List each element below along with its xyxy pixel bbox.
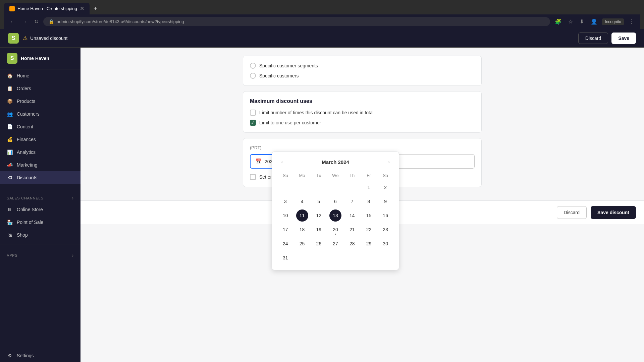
sidebar-item-products[interactable]: 📦 Products — [0, 95, 80, 108]
cal-day-7[interactable]: 7 — [346, 195, 358, 207]
sidebar-shopify-icon: S — [7, 53, 17, 64]
cal-day-empty-3 — [313, 181, 325, 193]
specific-segments-radio[interactable] — [250, 63, 256, 69]
topbar-save-button[interactable]: Save — [611, 33, 636, 44]
limit-per-customer-checkbox[interactable]: ✓ — [250, 120, 256, 126]
sidebar-item-shop[interactable]: 🛍 Shop — [0, 229, 80, 241]
content-icon: 📄 — [7, 124, 13, 130]
specific-customers-radio[interactable] — [250, 73, 256, 79]
bottom-discard-button[interactable]: Discard — [557, 206, 587, 219]
cal-day-5[interactable]: 5 — [313, 195, 325, 207]
warning-icon: ⚠ — [23, 35, 28, 41]
cal-day-8[interactable]: 8 — [363, 195, 375, 207]
back-button[interactable]: ← — [8, 17, 17, 26]
orders-icon: 📋 — [7, 85, 13, 92]
sidebar-item-orders[interactable]: 📋 Orders — [0, 82, 80, 95]
cal-day-20[interactable]: 20 — [329, 224, 341, 236]
cal-day-10[interactable]: 10 — [279, 209, 291, 222]
limit-total-label: Limit number of times this discount can … — [259, 110, 374, 115]
cal-day-6[interactable]: 6 — [329, 195, 341, 207]
sidebar-label-customers: Customers — [17, 111, 40, 117]
cal-day-11[interactable]: 11 — [296, 209, 308, 222]
cal-day-13[interactable]: 13 — [329, 209, 341, 222]
sidebar-item-finances[interactable]: 💰 Finances — [0, 133, 80, 146]
cal-day-31[interactable]: 31 — [279, 252, 291, 264]
topbar-discard-button[interactable]: Discard — [578, 33, 608, 44]
calendar-icon: 📅 — [255, 158, 262, 165]
specific-segments-label: Specific customer segments — [259, 63, 318, 68]
cal-day-2[interactable]: 2 — [379, 181, 391, 193]
downloads-button[interactable]: ⬇ — [578, 17, 586, 26]
sidebar-logo: S Home Haven — [0, 48, 80, 69]
sidebar-label-point-of-sale: Point of Sale — [17, 220, 43, 225]
cal-day-17[interactable]: 17 — [279, 224, 291, 236]
cal-day-26[interactable]: 26 — [313, 238, 325, 250]
main-content: Specific customer segments Specific cust… — [80, 48, 644, 362]
sidebar-item-discounts[interactable]: 🏷 Discounts — [0, 171, 80, 184]
calendar-next-button[interactable]: → — [382, 157, 393, 167]
cal-day-15[interactable]: 15 — [363, 209, 375, 222]
limit-total-checkbox[interactable] — [250, 110, 256, 116]
sidebar-item-analytics[interactable]: 📊 Analytics — [0, 146, 80, 159]
cal-day-23[interactable]: 23 — [379, 224, 391, 236]
forward-button[interactable]: → — [20, 17, 30, 26]
sidebar-item-customers[interactable]: 👥 Customers — [0, 108, 80, 120]
cal-day-21[interactable]: 21 — [346, 224, 358, 236]
new-tab-button[interactable]: + — [91, 3, 100, 14]
extension-button[interactable]: 🧩 — [553, 17, 564, 26]
topbar: S ⚠ Unsaved discount Discard Save — [0, 29, 644, 48]
bottom-save-discount-button[interactable]: Save discount — [591, 206, 636, 219]
cal-day-24[interactable]: 24 — [279, 238, 291, 250]
bookmark-button[interactable]: ☆ — [566, 17, 575, 26]
cal-day-16[interactable]: 16 — [379, 209, 391, 222]
tab-close-button[interactable]: ✕ — [80, 5, 84, 12]
cal-day-18[interactable]: 18 — [296, 224, 308, 236]
cal-day-4[interactable]: 4 — [296, 195, 308, 207]
sidebar-item-home[interactable]: 🏠 Home — [0, 69, 80, 82]
cal-day-14[interactable]: 14 — [346, 209, 358, 222]
cal-day-empty-5 — [346, 181, 358, 193]
cal-day-22[interactable]: 22 — [363, 224, 375, 236]
cal-day-28[interactable]: 28 — [346, 238, 358, 250]
browser-toolbar: ← → ↻ 🔒 admin.shopify.com/store/de8143-a… — [4, 14, 640, 29]
url-text: admin.shopify.com/store/de8143-a6/discou… — [57, 19, 184, 24]
cal-day-30[interactable]: 30 — [379, 238, 391, 250]
analytics-icon: 📊 — [7, 149, 13, 155]
cal-day-1[interactable]: 1 — [363, 181, 375, 193]
cal-day-19[interactable]: 19 — [313, 224, 325, 236]
sidebar-item-point-of-sale[interactable]: 🏪 Point of Sale — [0, 216, 80, 229]
address-bar[interactable]: 🔒 admin.shopify.com/store/de8143-a6/disc… — [43, 17, 550, 26]
cal-day-27[interactable]: 27 — [329, 238, 341, 250]
reload-button[interactable]: ↻ — [32, 17, 41, 26]
cal-day-25[interactable]: 25 — [296, 238, 308, 250]
profile-button[interactable]: 👤 — [589, 17, 599, 26]
limit-total-option[interactable]: Limit number of times this discount can … — [250, 110, 475, 116]
sidebar-item-online-store[interactable]: 🖥 Online Store — [0, 203, 80, 216]
sales-channels-expand-icon[interactable]: › — [72, 195, 74, 201]
sidebar-item-content[interactable]: 📄 Content — [0, 120, 80, 133]
apps-expand-icon[interactable]: › — [72, 252, 74, 258]
sidebar-label-shop: Shop — [17, 232, 28, 238]
active-tab[interactable]: Home Haven · Create shipping ✕ — [4, 3, 90, 14]
browser-actions: 🧩 ☆ ⬇ 👤 Incognito ⋮ — [553, 17, 636, 26]
customer-eligibility-card: Specific customer segments Specific cust… — [243, 56, 482, 86]
sidebar-item-settings[interactable]: ⚙ Settings — [0, 349, 80, 362]
sidebar-divider-2 — [0, 244, 80, 244]
specific-segments-option[interactable]: Specific customer segments — [250, 63, 475, 69]
menu-button[interactable]: ⋮ — [627, 17, 636, 26]
specific-customers-option[interactable]: Specific customers — [250, 73, 475, 79]
cal-day-3[interactable]: 3 — [279, 195, 291, 207]
limit-per-customer-option[interactable]: ✓ Limit to one use per customer — [250, 120, 475, 126]
cal-day-12[interactable]: 12 — [313, 209, 325, 222]
calendar-header: ← March 2024 → — [277, 157, 393, 167]
calendar-prev-button[interactable]: ← — [277, 157, 289, 167]
sidebar-item-marketing[interactable]: 📣 Marketing — [0, 159, 80, 171]
sidebar-label-orders: Orders — [17, 86, 31, 91]
cal-day-29[interactable]: 29 — [363, 238, 375, 250]
sidebar-label-products: Products — [17, 99, 35, 104]
apps-label: Apps — [7, 253, 18, 257]
marketing-icon: 📣 — [7, 162, 13, 168]
end-date-checkbox[interactable] — [250, 174, 256, 180]
discounts-icon: 🏷 — [7, 175, 13, 181]
cal-day-9[interactable]: 9 — [379, 195, 391, 207]
